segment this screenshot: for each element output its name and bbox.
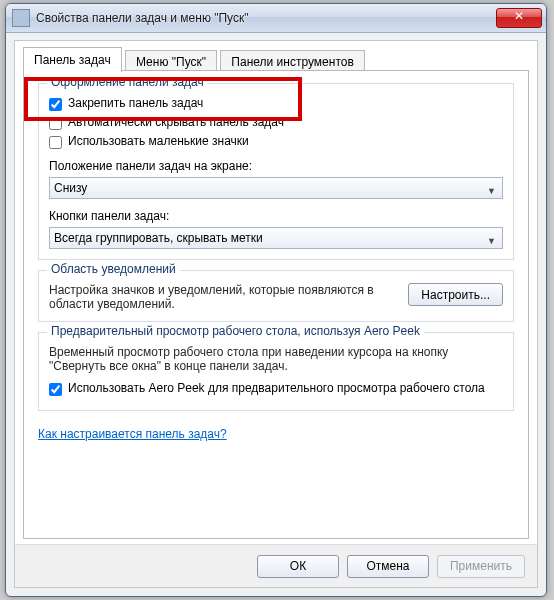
group-aero-peek-legend: Предварительный просмотр рабочего стола,…	[47, 324, 424, 338]
dialog-footer: ОК Отмена Применить	[15, 544, 537, 587]
checkbox-small-icons-label: Использовать маленькие значки	[68, 134, 249, 148]
group-appearance: Оформление панели задач Закрепить панель…	[38, 83, 514, 260]
tabstrip: Панель задач Меню "Пуск" Панели инструме…	[23, 47, 529, 71]
properties-window: Свойства панели задач и меню "Пуск" ✕ Па…	[5, 3, 547, 597]
client-area: Панель задач Меню "Пуск" Панели инструме…	[14, 40, 538, 588]
dropdown-position[interactable]: Снизу	[49, 177, 503, 199]
help-link[interactable]: Как настраивается панель задач?	[38, 427, 227, 441]
notification-description: Настройка значков и уведомлений, которые…	[49, 283, 398, 311]
ok-button[interactable]: ОК	[257, 555, 339, 578]
checkbox-aero-peek[interactable]: Использовать Aero Peek для предварительн…	[49, 381, 503, 396]
window-title: Свойства панели задач и меню "Пуск"	[36, 11, 496, 25]
close-button[interactable]: ✕	[496, 8, 542, 28]
checkbox-lock-taskbar-label: Закрепить панель задач	[68, 96, 203, 110]
titlebar[interactable]: Свойства панели задач и меню "Пуск" ✕	[6, 4, 546, 33]
apply-button[interactable]: Применить	[437, 555, 525, 578]
group-aero-peek: Предварительный просмотр рабочего стола,…	[38, 332, 514, 411]
checkbox-lock-taskbar-input[interactable]	[49, 98, 62, 111]
checkbox-small-icons-input[interactable]	[49, 136, 62, 149]
group-notification: Область уведомлений Настройка значков и …	[38, 270, 514, 322]
app-icon	[12, 9, 30, 27]
tab-taskbar[interactable]: Панель задач	[23, 47, 122, 72]
checkbox-aero-peek-input[interactable]	[49, 383, 62, 396]
cancel-button[interactable]: Отмена	[347, 555, 429, 578]
tabpage-taskbar: Оформление панели задач Закрепить панель…	[23, 70, 529, 539]
dropdown-position-value: Снизу	[54, 181, 87, 195]
dropdown-buttons[interactable]: Всегда группировать, скрывать метки	[49, 227, 503, 249]
checkbox-aero-peek-label: Использовать Aero Peek для предварительн…	[68, 381, 485, 395]
checkbox-autohide-input[interactable]	[49, 117, 62, 130]
dropdown-buttons-value: Всегда группировать, скрывать метки	[54, 231, 263, 245]
label-buttons: Кнопки панели задач:	[49, 209, 503, 223]
label-position: Положение панели задач на экране:	[49, 159, 503, 173]
customize-button[interactable]: Настроить...	[408, 283, 503, 306]
checkbox-small-icons[interactable]: Использовать маленькие значки	[49, 134, 503, 149]
checkbox-autohide-label: Автоматически скрывать панель задач	[68, 115, 284, 129]
checkbox-autohide[interactable]: Автоматически скрывать панель задач	[49, 115, 503, 130]
checkbox-lock-taskbar[interactable]: Закрепить панель задач	[49, 96, 503, 111]
aero-peek-description: Временный просмотр рабочего стола при на…	[49, 345, 503, 373]
group-notification-legend: Область уведомлений	[47, 262, 180, 276]
group-appearance-legend: Оформление панели задач	[47, 75, 208, 89]
